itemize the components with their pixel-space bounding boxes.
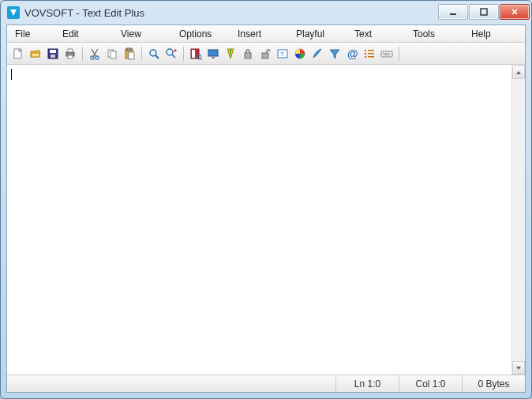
svg-point-18 [167,49,173,55]
svg-rect-9 [68,55,73,58]
minimize-button[interactable] [438,4,468,20]
svg-rect-16 [129,52,134,59]
menu-playful[interactable]: Playful [288,27,347,41]
svg-rect-36 [381,51,392,57]
svg-rect-22 [208,50,218,56]
lock-icon[interactable] [240,45,256,62]
textbox-icon[interactable]: T [275,45,290,62]
svg-rect-13 [111,51,116,58]
cut-icon[interactable] [87,45,103,62]
text-editor[interactable] [7,66,511,375]
svg-rect-37 [383,53,384,54]
close-button[interactable] [500,4,530,20]
status-size: 0 Bytes [462,375,525,392]
color-icon[interactable] [292,45,308,62]
svg-rect-25 [262,53,268,58]
menu-help[interactable]: Help [463,27,522,41]
titlebar: VOVSOFT - Text Edit Plus [1,1,531,24]
svg-rect-39 [388,53,389,54]
statusbar: Ln 1:0 Col 1:0 0 Bytes [7,375,525,392]
zoom-icon[interactable] [163,45,179,62]
svg-point-10 [91,56,94,59]
text-caret [11,69,12,80]
menu-tools[interactable]: Tools [405,27,463,41]
menu-insert[interactable]: Insert [230,27,288,41]
editor-area [7,65,525,375]
menubar: File Edit View Options Insert Playful Te… [7,25,525,43]
open-icon[interactable] [28,45,43,62]
svg-rect-2 [481,9,487,15]
svg-rect-15 [127,48,131,51]
svg-rect-31 [368,50,374,51]
menu-options[interactable]: Options [171,27,230,41]
save-icon[interactable] [45,45,61,62]
svg-rect-23 [212,57,215,58]
paste-icon[interactable] [122,45,137,62]
find-icon[interactable] [146,45,162,62]
toolbar-separator [82,47,83,61]
menu-view[interactable]: View [113,27,171,41]
app-icon [7,6,20,19]
feather-icon[interactable] [309,45,325,62]
client-area: File Edit View Options Insert Playful Te… [6,24,526,393]
svg-rect-38 [385,53,387,54]
app-window: VOVSOFT - Text Edit Plus File Edit View … [0,0,532,399]
svg-text:T: T [280,51,284,58]
svg-point-32 [365,52,366,54]
menu-edit[interactable]: Edit [54,27,113,41]
toolbar-separator [141,47,142,61]
svg-rect-24 [245,53,251,58]
toolbar: T @ [7,43,525,65]
new-icon[interactable] [10,45,26,62]
maximize-button[interactable] [469,4,499,20]
filter-icon[interactable] [327,45,343,62]
svg-point-11 [96,56,99,59]
window-title: VOVSOFT - Text Edit Plus [24,7,437,19]
svg-rect-35 [368,56,374,58]
svg-rect-1 [450,13,456,15]
svg-rect-5 [50,50,56,53]
list-icon[interactable] [362,45,377,62]
unlock-icon[interactable] [257,45,273,62]
svg-point-17 [150,50,156,56]
print-icon[interactable] [62,45,78,62]
status-col: Col 1:0 [399,375,462,392]
menu-file[interactable]: File [7,27,54,41]
svg-rect-8 [68,49,73,52]
svg-rect-6 [51,55,55,58]
scroll-up-button[interactable] [512,66,525,79]
window-controls [437,4,530,20]
scroll-track[interactable] [512,79,525,361]
svg-text:@: @ [347,47,358,60]
svg-rect-33 [368,53,374,55]
svg-point-34 [365,55,366,57]
menu-text[interactable]: Text [347,27,405,41]
at-icon[interactable]: @ [344,45,360,62]
scroll-down-button[interactable] [512,361,525,375]
highlight-icon[interactable] [223,45,238,62]
status-line: Ln 1:0 [335,375,399,392]
dictionary-icon[interactable] [188,45,204,62]
keyboard-icon[interactable] [379,45,395,62]
copy-icon[interactable] [104,45,120,62]
svg-rect-40 [384,55,390,55]
screen-icon[interactable] [205,45,221,62]
toolbar-separator [399,47,399,61]
svg-point-30 [365,49,366,51]
svg-rect-20 [192,50,195,58]
vertical-scrollbar[interactable] [511,66,525,375]
toolbar-separator [183,47,184,61]
